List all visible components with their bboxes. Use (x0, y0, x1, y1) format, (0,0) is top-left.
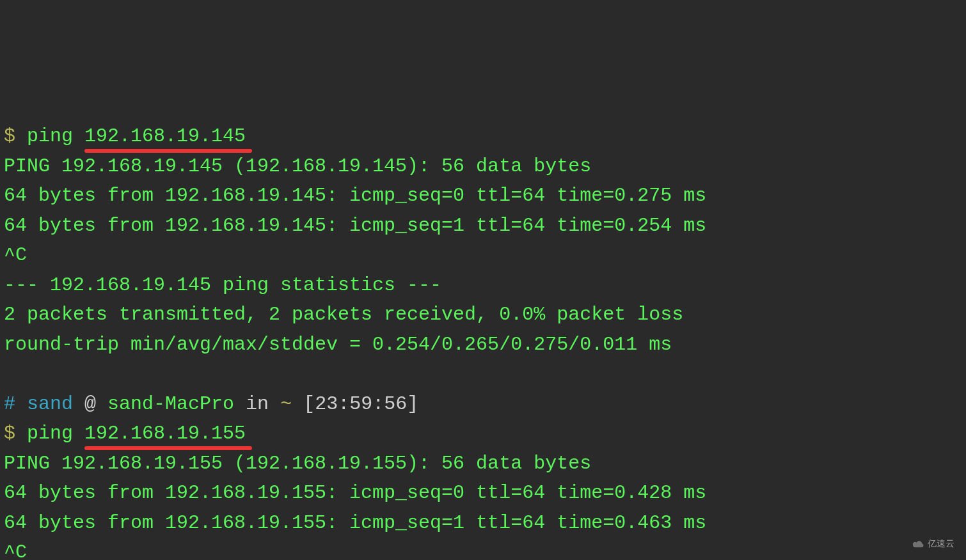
watermark: 亿速云 (911, 537, 954, 551)
command-text: ping 192.168.19.155 (15, 423, 246, 444)
ping-reply: 64 bytes from 192.168.19.155: icmp_seq=1… (4, 512, 706, 534)
terminal-output[interactable]: $ ping 192.168.19.145 PING 192.168.19.14… (4, 121, 962, 560)
ping-header: PING 192.168.19.145 (192.168.19.145): 56… (4, 155, 591, 177)
command-text: ping 192.168.19.145 (15, 125, 246, 147)
prompt-symbol: $ (4, 125, 15, 147)
interrupt: ^C (4, 244, 27, 266)
ping-reply: 64 bytes from 192.168.19.155: icmp_seq=0… (4, 482, 706, 504)
ping-reply: 64 bytes from 192.168.19.145: icmp_seq=0… (4, 185, 706, 206)
ping-header: PING 192.168.19.155 (192.168.19.155): 56… (4, 453, 591, 474)
ping-reply: 64 bytes from 192.168.19.145: icmp_seq=1… (4, 215, 706, 237)
watermark-text: 亿速云 (928, 537, 954, 551)
prompt-at: @ (73, 393, 107, 415)
prompt-symbol: $ (4, 423, 15, 444)
cloud-icon (911, 540, 925, 548)
ping-stats-packets: 2 packets transmitted, 2 packets receive… (4, 304, 683, 325)
prompt-time: [23:59:56] (292, 393, 418, 415)
ping-stats-rtt: round-trip min/avg/max/stddev = 0.254/0.… (4, 334, 672, 355)
interrupt: ^C (4, 541, 27, 560)
highlighted-ip: 192.168.19.155 (84, 419, 246, 449)
prompt-in: in (234, 393, 280, 415)
prompt-user: sand (27, 393, 73, 415)
prompt-host: sand-MacPro (107, 393, 234, 415)
prompt-hash: # (4, 393, 15, 415)
prompt-path: ~ (280, 393, 292, 415)
highlighted-ip: 192.168.19.145 (84, 121, 246, 152)
ping-stats-header: --- 192.168.19.145 ping statistics --- (4, 274, 441, 296)
